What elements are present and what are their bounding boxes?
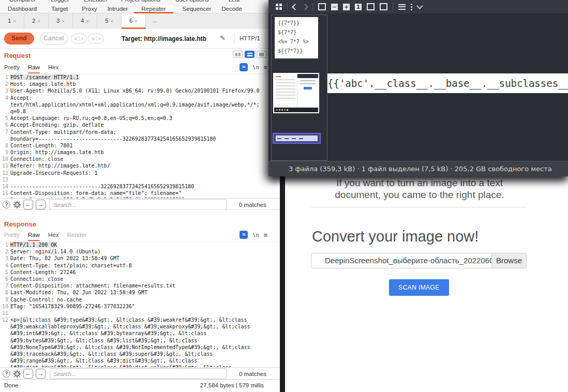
gear-icon[interactable] <box>13 370 21 378</box>
close-icon[interactable]: × <box>110 19 113 24</box>
response-line: 12<p>[&lt;class &#39;type&#39;&gt;, &lt;… <box>0 316 280 323</box>
more-options-icon[interactable] <box>411 4 412 5</box>
page-subtitle-line2: document, you came to the right place. <box>311 189 528 201</box>
help-icon[interactable]: ? <box>3 201 10 208</box>
search-next-button[interactable]: → <box>36 200 46 209</box>
view-tab[interactable]: Hex <box>48 230 58 240</box>
view-tab[interactable]: Hex <box>48 62 58 72</box>
response-line: &#39;int&#39;&gt;, &lt;class &#39;bytear… <box>0 330 280 337</box>
response-line: &#39;bytes&#39;&gt;, &lt;class &#39;list… <box>0 337 280 344</box>
back-icon[interactable] <box>292 4 298 10</box>
close-icon[interactable]: × <box>13 19 16 24</box>
history-forward-button[interactable]: >▾ <box>88 34 104 43</box>
payload-text-thumbnail[interactable]: {{7*7}}${7*7}<%= 7*7 %>${{7*7}} <box>275 17 318 58</box>
close-icon[interactable]: × <box>134 19 137 24</box>
selected-file-thumbnail[interactable] <box>273 133 321 144</box>
forward-icon[interactable] <box>302 4 308 10</box>
burp-top-tab[interactable]: User options <box>175 0 209 5</box>
burp-main-tab[interactable]: Intruder <box>108 5 128 13</box>
list-view-icon[interactable] <box>398 4 406 10</box>
payload-line: {{7*7}} <box>275 17 318 28</box>
response-line: 7Content-Disposition: attachment; filena… <box>0 282 280 289</box>
zoom-out-icon[interactable]: − <box>331 4 338 10</box>
highlight-toggle-icon[interactable]: ≈ <box>240 231 248 239</box>
response-line: &#39;NoneType&#39;&gt;, &lt;class &#39;N… <box>0 344 280 351</box>
browse-button[interactable]: Browse <box>491 253 526 268</box>
burp-main-tab[interactable]: Repeater <box>134 5 173 13</box>
screenshot-thumbnail[interactable] <box>273 73 319 113</box>
close-icon[interactable]: × <box>37 19 40 24</box>
viewer-status-bar: 3 файла (359,3 kB) · 1 файл выделен (7,5… <box>268 161 568 176</box>
request-view-tabs: PrettyRawHex ≈ \n ≡ <box>0 62 280 74</box>
file-upload-field[interactable]: DeepinScreenshot_выберите-область_202206… <box>311 253 527 268</box>
burp-main-tab[interactable]: Decode <box>221 5 242 13</box>
response-line: 6Connection: close <box>0 276 280 282</box>
request-panel: Request PrettyRawHex ≈ \n ≡ <box>0 48 280 208</box>
burp-main-tab[interactable]: Dashboard <box>8 5 37 13</box>
repeater-tab[interactable]: 5× <box>97 13 122 29</box>
layout-single-button[interactable] <box>257 51 266 58</box>
view-tab[interactable]: Raw <box>28 62 40 73</box>
zoom-fit-icon[interactable] <box>318 3 326 10</box>
request-editor[interactable]: 1POST /scanner HTTP/1.12Host: images.lat… <box>0 74 280 198</box>
burp-status-bar: Done 27,584 bytes | 579 millis <box>0 379 280 392</box>
view-tab[interactable]: Pretty <box>4 230 20 240</box>
repeater-tab[interactable]: 3× <box>49 13 73 29</box>
burp-top-tab[interactable]: Comparer <box>9 0 36 5</box>
protocol-label[interactable]: HTTP/1 <box>240 35 260 41</box>
frame-icon[interactable] <box>380 3 387 10</box>
response-view-tabs: PrettyRawHexRender ≈ \n ≡ <box>0 230 280 242</box>
request-line: 7Content-Type: multipart/form-data; <box>0 129 280 135</box>
chevron-down-icon[interactable] <box>416 3 423 9</box>
gear-icon[interactable] <box>13 201 21 208</box>
image-preview-text[interactable]: {{'abc'.__class__.__base__.__subclasses_… <box>327 73 568 93</box>
divider <box>287 3 288 11</box>
history-back-button[interactable]: <▾ <box>71 34 87 43</box>
response-editor[interactable]: 1HTTP/1.1 200 OK2Server: nginx/1.14.0 (U… <box>0 242 280 367</box>
response-search-input[interactable] <box>50 368 227 379</box>
request-line: boundary=---------------------------3226… <box>0 135 280 142</box>
view-tab[interactable]: Render <box>67 230 87 240</box>
scan-image-button[interactable]: SCAN IMAGE <box>389 279 449 296</box>
repeater-more-tabs[interactable]: ... <box>146 13 163 29</box>
layout-columns-button[interactable] <box>233 51 243 58</box>
newline-toggle-icon[interactable]: \n <box>252 232 259 238</box>
response-line: &#39;traceback&#39;&gt;, &lt;class &#39;… <box>0 351 280 357</box>
cancel-button[interactable]: Cancel <box>40 33 68 44</box>
burp-top-tab[interactable]: Extender <box>84 0 108 5</box>
repeater-tab[interactable]: 1× <box>0 13 24 29</box>
burp-top-tab[interactable]: Logger <box>51 0 69 5</box>
repeater-tab[interactable]: 6× <box>122 13 146 29</box>
burp-top-tab[interactable]: Lear <box>229 0 241 5</box>
burp-main-tab[interactable]: Proxy <box>82 5 97 13</box>
caret-down-icon[interactable]: ▾ <box>79 36 83 41</box>
help-icon[interactable]: ? <box>3 370 10 378</box>
layout-rows-button[interactable] <box>245 51 255 58</box>
close-icon[interactable]: × <box>86 19 88 24</box>
view-tab[interactable]: Raw <box>28 230 40 241</box>
caret-down-icon[interactable]: ▾ <box>96 36 100 41</box>
repeater-tab[interactable]: 4× <box>73 13 97 29</box>
search-next-button[interactable]: → <box>36 369 46 379</box>
highlight-toggle-icon[interactable]: ≈ <box>240 63 248 71</box>
newline-toggle-icon[interactable]: \n <box>252 65 259 70</box>
burp-main-tab[interactable]: Target <box>51 5 68 13</box>
repeater-tab[interactable]: 2× <box>24 13 49 29</box>
edit-target-icon[interactable]: ✎ <box>220 34 226 42</box>
fullscreen-icon[interactable] <box>367 3 375 10</box>
zoom-in-icon[interactable]: + <box>343 4 350 10</box>
search-prev-button[interactable]: ← <box>23 369 33 379</box>
zoom-original-icon[interactable]: 1 <box>355 4 362 10</box>
request-search-bar: ? ← → 0 matches <box>0 198 280 210</box>
burp-main-tab[interactable]: Sequencer <box>183 5 212 13</box>
send-button[interactable]: Send <box>4 33 34 44</box>
request-match-count: 0 matches <box>229 202 266 208</box>
search-prev-button[interactable]: ← <box>23 200 33 209</box>
close-icon[interactable]: × <box>62 19 64 24</box>
grid-view-icon[interactable] <box>276 4 282 10</box>
editor-menu-icon[interactable]: ≡ <box>263 64 267 71</box>
burp-top-tab[interactable]: Project options <box>121 0 160 5</box>
editor-menu-icon[interactable]: ≡ <box>263 231 267 239</box>
view-tab[interactable]: Pretty <box>4 62 20 72</box>
request-search-input[interactable] <box>50 199 227 210</box>
